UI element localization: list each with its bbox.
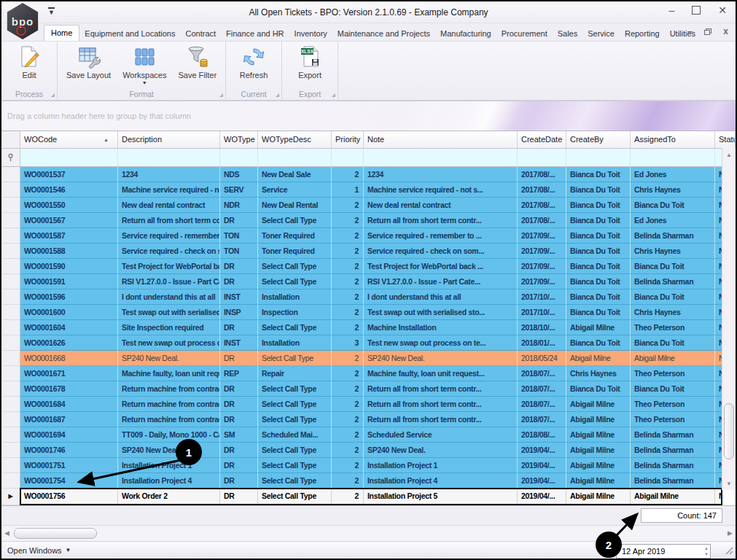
cell-assignedto[interactable]: Bianca Du Toit bbox=[631, 289, 715, 305]
cell-wocode[interactable]: WO0001626 bbox=[20, 335, 118, 351]
table-row[interactable]: WO00015371234NDSNew Deal Sale212342017/0… bbox=[1, 167, 722, 182]
table-row[interactable]: WO0001591RSI V1.27.0.0 - Issue - Part Ca… bbox=[1, 274, 722, 289]
cell-createdate[interactable]: 2018/07/... bbox=[518, 381, 566, 397]
cell-priority[interactable]: 2 bbox=[332, 244, 364, 259]
filter-cell-note[interactable] bbox=[364, 149, 518, 166]
cell-assignedto[interactable]: Ed Jones bbox=[631, 213, 715, 228]
cell-priority[interactable]: 2 bbox=[332, 289, 364, 305]
cell-wotype[interactable]: NDS bbox=[220, 167, 258, 182]
cell-createby[interactable]: Bianca Du Toit bbox=[566, 289, 631, 305]
cell-priority[interactable]: 2 bbox=[332, 397, 364, 412]
cell-wocode[interactable]: WO0001546 bbox=[20, 182, 118, 198]
cell-note[interactable]: New deal rental contract bbox=[364, 198, 518, 213]
cell-note[interactable]: Return all from short term contr... bbox=[364, 397, 518, 412]
cell-description[interactable]: Test Project for WebPortal bac... bbox=[118, 259, 220, 274]
table-row[interactable]: WO0001590Test Project for WebPortal bac.… bbox=[1, 259, 722, 274]
table-row[interactable]: WO0001751Installation Project 1DRSelect … bbox=[1, 458, 722, 473]
cell-priority[interactable]: 2 bbox=[332, 443, 364, 458]
cell-wocode[interactable]: WO0001694 bbox=[20, 427, 118, 443]
cell-priority[interactable]: 2 bbox=[332, 305, 364, 320]
cell-wocode[interactable]: WO0001588 bbox=[20, 244, 118, 259]
cell-description[interactable]: SP240 New Deal. bbox=[118, 443, 220, 458]
cell-assignedto[interactable]: Theo Peterson bbox=[631, 366, 715, 381]
cell-wotype[interactable]: NDR bbox=[220, 198, 258, 213]
cell-priority[interactable]: 2 bbox=[332, 489, 364, 505]
cell-priority[interactable]: 2 bbox=[332, 351, 364, 366]
cell-wotypedesc[interactable]: Select Call Type bbox=[258, 458, 332, 473]
cell-wocode[interactable]: WO0001596 bbox=[20, 289, 118, 305]
cell-createby[interactable]: Bianca Du Toit bbox=[566, 228, 631, 244]
cell-createdate[interactable]: 2018/01/... bbox=[518, 335, 566, 351]
cell-createdate[interactable]: 2017/08/... bbox=[518, 167, 566, 182]
cell-wotype[interactable]: DR bbox=[220, 274, 258, 289]
cell-createby[interactable]: Bianca Du Toit bbox=[566, 198, 631, 213]
cell-description[interactable]: Machine service required - not... bbox=[118, 182, 220, 198]
cell-note[interactable]: I dont understand this at all bbox=[364, 289, 518, 305]
filter-cell-wocode[interactable] bbox=[20, 149, 118, 166]
tab-home[interactable]: Home bbox=[44, 25, 79, 41]
table-row[interactable]: ▶WO0001756Work Order 2DRSelect Call Type… bbox=[1, 489, 722, 505]
tab-manufacturing[interactable]: Manufacturing bbox=[435, 26, 496, 41]
table-row[interactable]: WO0001587Service required - remember t..… bbox=[1, 228, 722, 244]
cell-note[interactable]: Machine service required - not s... bbox=[364, 182, 518, 198]
table-row[interactable]: WO0001596I dont understand this at allIN… bbox=[1, 289, 722, 305]
cell-wocode[interactable]: WO0001678 bbox=[20, 381, 118, 397]
tab-contract[interactable]: Contract bbox=[181, 26, 222, 41]
scroll-down-icon[interactable]: ▼ bbox=[722, 481, 736, 487]
cell-wotype[interactable]: TON bbox=[220, 244, 258, 259]
cell-createby[interactable]: Bianca Du Toit bbox=[566, 259, 631, 274]
dialog-launcher-icon[interactable] bbox=[276, 93, 279, 97]
cell-assignedto[interactable]: Bianca Du Toit bbox=[631, 381, 715, 397]
cell-description[interactable]: Return machine from contract... bbox=[118, 397, 220, 412]
cell-priority[interactable]: 2 bbox=[332, 274, 364, 289]
cell-assignedto[interactable]: Chris Haynes bbox=[631, 305, 715, 320]
cell-wotype[interactable]: SM bbox=[220, 427, 258, 443]
cell-createby[interactable]: Abigail Milne bbox=[566, 412, 631, 427]
mdi-close-button[interactable]: x bbox=[723, 26, 728, 36]
cell-wotypedesc[interactable]: Repair bbox=[258, 366, 332, 381]
cell-wotypedesc[interactable]: Select Call Type bbox=[258, 213, 332, 228]
cell-description[interactable]: Machine faulty, loan unit requ... bbox=[118, 366, 220, 381]
cell-createby[interactable]: Bianca Du Toit bbox=[566, 244, 631, 259]
table-row[interactable]: WO0001671Machine faulty, loan unit requ.… bbox=[1, 366, 722, 381]
cell-wocode[interactable]: WO0001537 bbox=[20, 167, 118, 182]
cell-note[interactable]: Machine faulty, loan unit request... bbox=[364, 366, 518, 381]
cell-wotype[interactable]: DR bbox=[220, 259, 258, 274]
save-layout-button[interactable]: Save Layout bbox=[61, 44, 117, 81]
cell-note[interactable]: Service required - check on som... bbox=[364, 244, 518, 259]
scroll-left-icon[interactable]: ◀ bbox=[4, 529, 9, 537]
cell-wotypedesc[interactable]: Installation bbox=[258, 289, 332, 305]
cell-priority[interactable]: 1 bbox=[332, 182, 364, 198]
cell-priority[interactable]: 2 bbox=[332, 473, 364, 489]
cell-createby[interactable]: Bianca Du Toit bbox=[566, 182, 631, 198]
cell-createby[interactable]: Abigail Milne bbox=[566, 458, 631, 473]
cell-createdate[interactable]: 2019/04/... bbox=[518, 489, 566, 505]
table-row[interactable]: WO0001687Return machine from contract...… bbox=[1, 412, 722, 427]
cell-assignedto[interactable]: Abigail Milne bbox=[631, 489, 715, 505]
cell-priority[interactable]: 2 bbox=[332, 458, 364, 473]
cell-note[interactable]: Machine Installation bbox=[364, 320, 518, 335]
cell-createdate[interactable]: 2019/04/... bbox=[518, 458, 566, 473]
table-row[interactable]: WO0001626Test new swap out process on ..… bbox=[1, 335, 722, 351]
cell-createby[interactable]: Abigail Milne bbox=[566, 427, 631, 443]
cell-assignedto[interactable]: Bianca Du Toit bbox=[631, 335, 715, 351]
cell-wotype[interactable]: DR bbox=[220, 320, 258, 335]
cell-createby[interactable]: Bianca Du Toit bbox=[566, 335, 631, 351]
edit-button[interactable]: Edit bbox=[4, 44, 54, 81]
dialog-launcher-icon[interactable] bbox=[219, 93, 223, 97]
cell-assignedto[interactable]: Theo Peterson bbox=[631, 397, 715, 412]
cell-createdate[interactable]: 2018/07/... bbox=[518, 397, 566, 412]
cell-description[interactable]: SP240 New Deal. bbox=[118, 351, 220, 366]
horizontal-scrollbar[interactable]: ◀ ▶ bbox=[1, 525, 736, 542]
cell-wotype[interactable]: DR bbox=[220, 412, 258, 427]
cell-note[interactable]: SP240 New Deal. bbox=[364, 443, 518, 458]
cell-wotype[interactable]: DR bbox=[220, 489, 258, 505]
cell-createdate[interactable]: 2017/09/... bbox=[518, 259, 566, 274]
cell-assignedto[interactable]: Belinda Sharman bbox=[631, 473, 715, 489]
cell-assignedto[interactable]: Chris Haynes bbox=[631, 182, 715, 198]
cell-createdate[interactable]: 2019/04/... bbox=[518, 473, 566, 489]
cell-wotypedesc[interactable]: Inspection bbox=[258, 305, 332, 320]
column-header-wocode[interactable]: WOCode▲ bbox=[20, 131, 118, 148]
cell-assignedto[interactable]: Belinda Sharman bbox=[631, 458, 715, 473]
cell-wotypedesc[interactable]: New Deal Rental bbox=[258, 198, 332, 213]
